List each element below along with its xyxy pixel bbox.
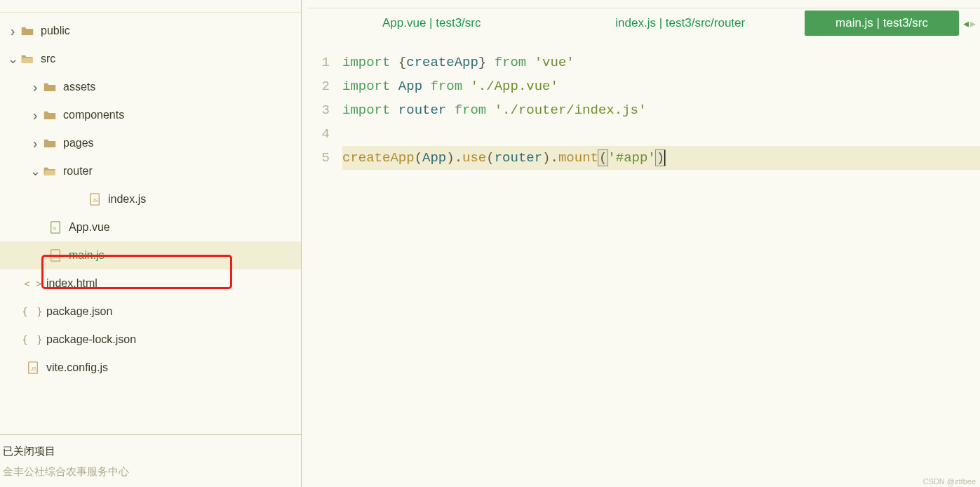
- tree-file-package-lock.json[interactable]: { }package-lock.json: [0, 326, 301, 354]
- closed-project-item[interactable]: 金丰公社综合农事服务中心: [3, 462, 298, 481]
- token-str: './App.vue': [470, 79, 558, 94]
- tree-folder-public[interactable]: ›public: [0, 17, 301, 45]
- chevron-right-icon[interactable]: ›: [28, 79, 42, 95]
- tree-folder-assets[interactable]: ›assets: [0, 73, 301, 101]
- line-number: 5: [307, 146, 330, 170]
- chevron-right-icon[interactable]: ›: [28, 135, 42, 152]
- tree-file-index.js[interactable]: JSindex.js: [0, 185, 301, 213]
- code-line[interactable]: [342, 122, 980, 146]
- token-fn: mount: [558, 150, 598, 166]
- file-html-icon: < >: [25, 278, 41, 289]
- tree-item-label: components: [58, 109, 124, 121]
- tree-file-App.vue[interactable]: VApp.vue: [0, 213, 301, 241]
- tree-item-label: public: [35, 25, 70, 37]
- text-cursor: [664, 149, 666, 166]
- token-bracket: ): [656, 150, 665, 166]
- tab-App.vue[interactable]: App.vue | test3/src: [307, 11, 556, 36]
- file-js-icon: JS: [25, 361, 41, 374]
- code-line[interactable]: createApp(App).use(router).mount('#app'): [342, 146, 980, 170]
- editor-top-border: [307, 0, 980, 8]
- token-id: App: [422, 150, 446, 166]
- code-line[interactable]: import {createApp} from 'vue': [342, 51, 980, 74]
- folder-open-icon: [20, 53, 35, 65]
- file-json-icon: { }: [25, 306, 41, 317]
- tree-item-label: App.vue: [63, 221, 110, 234]
- token-punct: (: [415, 150, 422, 166]
- watermark: CSDN @zttbee: [923, 477, 976, 486]
- code-area[interactable]: 12345 import {createApp} from 'vue'impor…: [307, 38, 980, 487]
- token-kw: from: [422, 79, 470, 94]
- chevron-right-icon[interactable]: ›: [6, 23, 20, 39]
- token-punct: {: [398, 55, 406, 70]
- tree-folder-pages[interactable]: ›pages: [0, 129, 301, 157]
- token-id: createApp: [406, 55, 478, 70]
- file-js-icon: JS: [87, 193, 102, 206]
- editor-pane: App.vue | test3/srcindex.js | test3/src/…: [302, 0, 980, 487]
- sidebar-top-border: [0, 0, 301, 13]
- tree-item-label: pages: [58, 137, 94, 149]
- tree-item-label: vite.config.js: [41, 361, 108, 374]
- closed-projects-section: 已关闭项目 金丰公社综合农事服务中心: [0, 434, 301, 487]
- svg-text:JS: JS: [30, 366, 36, 372]
- file-tree[interactable]: ›public⌄src›assets›components›pages⌄rout…: [0, 13, 301, 434]
- tree-item-label: package.json: [41, 305, 112, 318]
- tree-item-label: assets: [58, 81, 95, 93]
- folder-closed-icon: [42, 138, 58, 149]
- token-id: App: [398, 79, 422, 94]
- code-line[interactable]: import router from './router/index.js': [342, 98, 980, 122]
- file-js-icon: JS: [48, 249, 63, 262]
- token-punct: (: [486, 150, 494, 166]
- chevron-down-icon[interactable]: ⌄: [6, 51, 20, 67]
- tree-folder-components[interactable]: ›components: [0, 101, 301, 129]
- tree-item-label: router: [58, 165, 93, 178]
- tree-file-main.js[interactable]: JSmain.js: [0, 241, 301, 269]
- token-kw: from: [446, 102, 494, 118]
- token-str: 'vue': [535, 55, 575, 70]
- token-punct: }: [478, 55, 486, 70]
- token-kw: from: [486, 55, 534, 70]
- closed-projects-title[interactable]: 已关闭项目: [3, 441, 298, 462]
- line-gutter: 12345: [307, 51, 342, 487]
- tree-item-label: main.js: [63, 249, 105, 262]
- code-line[interactable]: import App from './App.vue': [342, 74, 980, 98]
- folder-closed-icon: [42, 109, 58, 121]
- tree-item-label: index.js: [102, 193, 146, 206]
- chevron-right-icon[interactable]: ›: [28, 107, 42, 124]
- token-id: router: [495, 150, 542, 166]
- line-number: 4: [307, 122, 330, 146]
- tree-item-label: package-lock.json: [41, 333, 136, 346]
- tree-folder-src[interactable]: ⌄src: [0, 45, 301, 73]
- token-bracket: (: [598, 150, 608, 166]
- line-number: 2: [307, 74, 330, 98]
- tree-item-label: index.html: [41, 277, 98, 290]
- code-content[interactable]: import {createApp} from 'vue'import App …: [342, 51, 980, 487]
- tab-main.js[interactable]: main.js | test3/src: [805, 11, 959, 36]
- folder-open-icon: [42, 166, 58, 177]
- tab-scroll-arrows[interactable]: ◂▸: [959, 17, 980, 30]
- tree-file-index.html[interactable]: < >index.html: [0, 269, 301, 298]
- token-id: router: [398, 102, 446, 118]
- tree-file-vite.config.js[interactable]: JSvite.config.js: [0, 354, 301, 382]
- token-kw: import: [342, 55, 398, 70]
- token-kw: import: [342, 102, 398, 118]
- token-fn: use: [462, 150, 486, 166]
- svg-text:V: V: [53, 225, 56, 232]
- tree-item-label: src: [35, 53, 55, 65]
- token-kw: import: [342, 79, 398, 94]
- chevron-down-icon[interactable]: ⌄: [28, 164, 42, 179]
- tree-folder-router[interactable]: ⌄router: [0, 157, 301, 185]
- folder-closed-icon: [20, 25, 35, 36]
- token-fn: createApp: [342, 150, 415, 166]
- tab-bar: App.vue | test3/srcindex.js | test3/src/…: [307, 8, 980, 38]
- token-str: './router/index.js': [495, 102, 647, 118]
- tree-file-package.json[interactable]: { }package.json: [0, 298, 301, 326]
- line-number: 1: [307, 51, 330, 74]
- line-number: 3: [307, 98, 330, 122]
- sidebar: ›public⌄src›assets›components›pages⌄rout…: [0, 0, 302, 487]
- token-punct: ).: [446, 150, 462, 166]
- token-punct: ).: [542, 150, 558, 166]
- file-vue-icon: V: [48, 221, 63, 234]
- tab-index.js[interactable]: index.js | test3/src/router: [556, 11, 805, 36]
- svg-text:JS: JS: [92, 197, 98, 204]
- file-json-icon: { }: [25, 334, 41, 345]
